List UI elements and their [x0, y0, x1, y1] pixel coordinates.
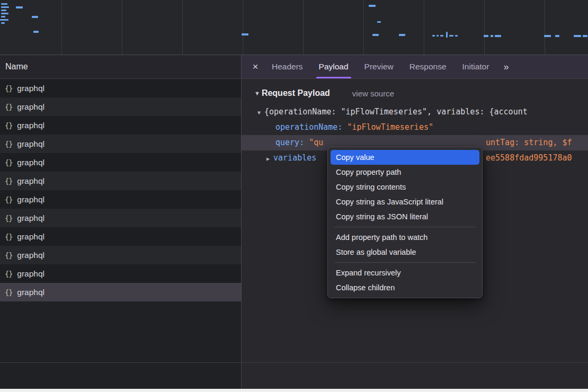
- payload-row-operation-name[interactable]: operationName:"ipFlowTimeseries": [242, 120, 588, 135]
- request-row[interactable]: {}graphql: [0, 227, 241, 246]
- request-name: graphql: [17, 251, 44, 260]
- network-request-table: Name {}graphql{}graphql{}graphql{}graphq…: [0, 55, 241, 389]
- menu-item-expand-recursively[interactable]: Expand recursively: [331, 265, 479, 280]
- tab-preview[interactable]: Preview: [357, 55, 402, 78]
- network-activity-bar: [1, 10, 6, 11]
- request-name: graphql: [17, 232, 44, 242]
- section-title: Request Payload: [262, 88, 330, 98]
- network-activity-bar: [399, 34, 405, 36]
- network-activity-bar: [16, 6, 23, 8]
- json-icon: {}: [5, 84, 12, 93]
- view-source-link[interactable]: view source: [352, 89, 394, 98]
- menu-item-store-as-global-variable[interactable]: Store as global variable: [331, 245, 479, 260]
- menu-item-collapse-children[interactable]: Collapse children: [331, 280, 479, 295]
- more-tabs-icon[interactable]: »: [499, 61, 513, 73]
- network-activity-bar: [0, 19, 8, 21]
- tab-payload[interactable]: Payload: [311, 55, 357, 78]
- network-activity-bar: [574, 35, 581, 37]
- network-activity-bar: [491, 35, 493, 37]
- request-row[interactable]: {}graphql: [0, 190, 241, 209]
- menu-item-add-property-path-to-watch[interactable]: Add property path to watch: [331, 230, 479, 245]
- devtools-network-panel: Name {}graphql{}graphql{}graphql{}graphq…: [0, 0, 588, 392]
- network-activity-bar: [1, 6, 9, 8]
- network-activity-bar: [446, 32, 448, 38]
- request-row[interactable]: {}graphql: [0, 283, 241, 301]
- request-name: graphql: [17, 213, 44, 223]
- request-row[interactable]: {}graphql: [0, 79, 241, 97]
- request-row[interactable]: {}graphql: [0, 153, 241, 172]
- json-icon: {}: [5, 158, 12, 167]
- network-activity-bar: [555, 35, 559, 37]
- request-name: graphql: [17, 195, 44, 204]
- request-name: graphql: [17, 121, 44, 130]
- json-icon: {}: [5, 233, 12, 241]
- json-icon: {}: [5, 195, 12, 204]
- request-row[interactable]: {}graphql: [0, 97, 241, 116]
- network-activity-bar: [583, 35, 587, 37]
- property-value: "ipFlowTimeseries": [347, 122, 433, 132]
- tab-initiator[interactable]: Initiator: [455, 55, 497, 78]
- network-activity-bar: [484, 35, 488, 37]
- pane-divider[interactable]: [241, 55, 242, 389]
- json-icon: {}: [5, 251, 12, 260]
- page-background-strip: [0, 389, 588, 392]
- request-name: graphql: [17, 176, 44, 186]
- network-activity-bar: [372, 34, 379, 36]
- request-row[interactable]: {}graphql: [0, 172, 241, 190]
- network-overview[interactable]: [0, 0, 588, 55]
- context-menu: Copy valueCopy property pathCopy string …: [327, 147, 483, 298]
- request-name: graphql: [17, 102, 44, 112]
- menu-item-copy-string-contents[interactable]: Copy string contents: [331, 180, 479, 194]
- request-row[interactable]: {}graphql: [0, 264, 241, 283]
- property-value-fragment: ee5588fdad995178a0: [486, 150, 572, 166]
- request-name: graphql: [17, 84, 44, 93]
- request-row[interactable]: {}graphql: [0, 135, 241, 153]
- property-key: variables: [273, 153, 316, 163]
- network-activity-bar: [544, 35, 551, 37]
- payload-root-row[interactable]: ▼{operationName: "ipFlowTimeseries", var…: [242, 104, 588, 120]
- detail-tabbar: × HeadersPayloadPreviewResponseInitiator…: [242, 55, 588, 79]
- network-activity-bar: [33, 31, 39, 33]
- json-icon: {}: [5, 270, 12, 278]
- menu-item-copy-string-as-javascript-literal[interactable]: Copy string as JavaScript literal: [331, 194, 479, 209]
- network-activity-bar: [436, 35, 439, 37]
- network-activity-bar: [449, 35, 453, 37]
- network-activity-bar: [32, 16, 38, 18]
- tab-response[interactable]: Response: [402, 55, 455, 78]
- json-icon: {}: [5, 140, 12, 148]
- payload-root-summary: {operationName: "ipFlowTimeseries", vari…: [264, 107, 528, 117]
- request-row[interactable]: {}graphql: [0, 116, 241, 135]
- network-activity-bar: [242, 33, 248, 35]
- request-row[interactable]: {}graphql: [0, 209, 241, 227]
- detail-tabs: HeadersPayloadPreviewResponseInitiator: [264, 55, 497, 78]
- network-activity-bar: [1, 3, 7, 5]
- network-activity-bar: [1, 13, 8, 14]
- section-disclosure-icon[interactable]: ▼: [254, 90, 260, 96]
- request-name: graphql: [17, 139, 44, 149]
- request-name: graphql: [17, 288, 44, 297]
- network-activity-bar: [377, 21, 381, 23]
- menu-item-copy-string-as-json-literal[interactable]: Copy string as JSON literal: [331, 209, 479, 224]
- menu-item-copy-value[interactable]: Copy value: [331, 150, 479, 165]
- disclosure-collapsed-icon[interactable]: ▶: [266, 156, 270, 162]
- network-activity-bar: [455, 35, 458, 37]
- request-row[interactable]: {}graphql: [0, 246, 241, 264]
- table-footer-divider: [0, 362, 588, 363]
- property-value: "qu: [309, 138, 323, 147]
- request-payload-header: ▼ Request Payload view source: [242, 79, 588, 100]
- json-icon: {}: [5, 103, 12, 111]
- property-key: query:: [275, 138, 304, 147]
- property-value-fragment: untTag: string, $f: [486, 135, 572, 150]
- tab-headers[interactable]: Headers: [264, 55, 311, 78]
- network-activity-bar: [1, 16, 5, 17]
- menu-item-copy-property-path[interactable]: Copy property path: [331, 165, 479, 180]
- network-activity-bar: [1, 22, 5, 24]
- close-icon[interactable]: ×: [247, 61, 264, 73]
- network-activity-bar: [440, 35, 443, 37]
- property-key: operationName:: [275, 122, 342, 132]
- column-header-name[interactable]: Name: [0, 55, 241, 79]
- json-icon: {}: [5, 288, 12, 297]
- network-activity-bar: [495, 35, 501, 37]
- request-name: graphql: [17, 269, 44, 279]
- disclosure-expanded-icon[interactable]: ▼: [257, 110, 261, 115]
